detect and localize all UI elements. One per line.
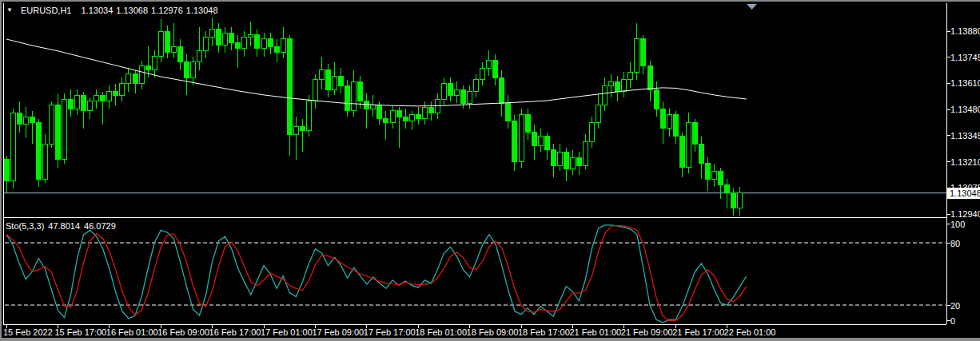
candle-body (557, 152, 562, 165)
candle-body (326, 70, 331, 89)
candle-body (538, 137, 543, 146)
time-tick-label: 16 Feb 17:00 (209, 327, 261, 337)
sto-tick-label: 20 (950, 301, 960, 311)
candle-body (647, 66, 652, 89)
candle-body (441, 84, 446, 99)
candle-body (88, 101, 93, 111)
candle-body (242, 37, 247, 49)
candle-body (712, 171, 717, 179)
candle-body (345, 85, 350, 111)
time-tick-label: 18 Feb 01:00 (415, 327, 467, 337)
candle-body (293, 126, 298, 134)
candle-body (184, 62, 189, 77)
candle-body (564, 152, 568, 169)
candle-body (615, 81, 620, 91)
candle-body (171, 46, 176, 52)
candle-body (217, 30, 221, 45)
time-tick-label: 18 Feb 09:00 (467, 327, 519, 337)
candle-body (699, 144, 703, 163)
price-tick-label: 1.13210 (950, 157, 980, 167)
candle-body (120, 84, 125, 96)
candle-body (306, 101, 311, 131)
candle-body (474, 80, 479, 92)
indicator-name: Sto(5,3,3) (6, 221, 44, 231)
candle-body (461, 89, 466, 103)
close-value: 1.13048 (186, 6, 218, 15)
chart-canvas[interactable] (2, 2, 980, 341)
candle-body (126, 74, 131, 84)
candle-body (69, 99, 74, 109)
candle-body (114, 92, 118, 96)
time-tick-label: 17 Feb 01:00 (261, 327, 313, 337)
candle-body (403, 117, 408, 121)
candle-body (532, 133, 536, 146)
symbol-ohlc-header: ▼ EURUSD,H1 1.13034 1.13068 1.12976 1.13… (6, 6, 218, 15)
candle-body (281, 39, 285, 53)
time-tick-label: 21 Feb 01:00 (569, 327, 621, 337)
candle-body (506, 103, 511, 121)
time-tick-label: 16 Feb 09:00 (157, 327, 209, 337)
candle-body (525, 115, 530, 133)
time-tick-label: 22 Feb 01:00 (724, 327, 776, 337)
candle-body (300, 126, 305, 130)
candle-body (590, 123, 595, 142)
candle-body (101, 95, 106, 101)
candle-body (576, 157, 581, 165)
candle-body (738, 193, 743, 208)
candle-body (686, 123, 691, 168)
candle-body (371, 105, 376, 109)
candle-body (333, 76, 337, 89)
candle-body (210, 30, 215, 38)
candle-body (10, 113, 15, 180)
window-menu-triangle-icon[interactable]: ▼ (6, 6, 13, 15)
candle-body (255, 35, 260, 49)
candle-body (500, 77, 504, 103)
candle-body (23, 117, 28, 125)
candle-body (416, 115, 420, 119)
indicator-plot-surface[interactable] (3, 217, 946, 324)
price-tick-label: 1.13345 (950, 131, 980, 141)
candle-body (654, 89, 659, 109)
time-tick-label: 17 Feb 17:00 (364, 327, 416, 337)
open-value: 1.13034 (82, 6, 114, 15)
candle-body (365, 101, 369, 109)
candle-body (692, 123, 697, 145)
candle-body (42, 144, 47, 179)
candle-body (377, 105, 382, 119)
candle-body (660, 109, 665, 128)
candle-body (519, 115, 524, 161)
candle-body (339, 76, 344, 85)
sto-tick-label: 0 (950, 316, 955, 326)
candle-body (49, 105, 54, 145)
candle-body (165, 31, 169, 53)
candle-body (512, 121, 517, 161)
candle-body (628, 72, 633, 80)
candle-body (352, 81, 357, 111)
candle-body (570, 157, 575, 169)
candle-body (455, 89, 460, 95)
candle-body (223, 33, 228, 45)
candle-body (596, 105, 601, 123)
candle-body (287, 39, 292, 134)
time-tick-label: 15 Feb 17:00 (54, 327, 106, 337)
high-value: 1.13068 (116, 6, 148, 15)
candle-body (390, 111, 395, 123)
candle-body (603, 85, 608, 105)
candle-body (480, 68, 485, 80)
price-tick-label: 1.13880 (950, 26, 980, 36)
candle-body (30, 117, 34, 122)
candle-body (274, 46, 279, 52)
candle-body (731, 192, 736, 208)
candle-body (468, 92, 472, 104)
candle-body (409, 115, 414, 121)
candle-body (679, 137, 684, 168)
price-tick-label: 1.12940 (950, 209, 980, 219)
candle-body (725, 184, 730, 192)
candle-body (107, 92, 112, 101)
candle-body (75, 95, 80, 109)
candle-body (152, 57, 157, 70)
main-plot-surface[interactable] (3, 3, 946, 217)
candle-body (719, 171, 723, 184)
candle-body (622, 80, 627, 92)
candle-body (705, 164, 710, 179)
